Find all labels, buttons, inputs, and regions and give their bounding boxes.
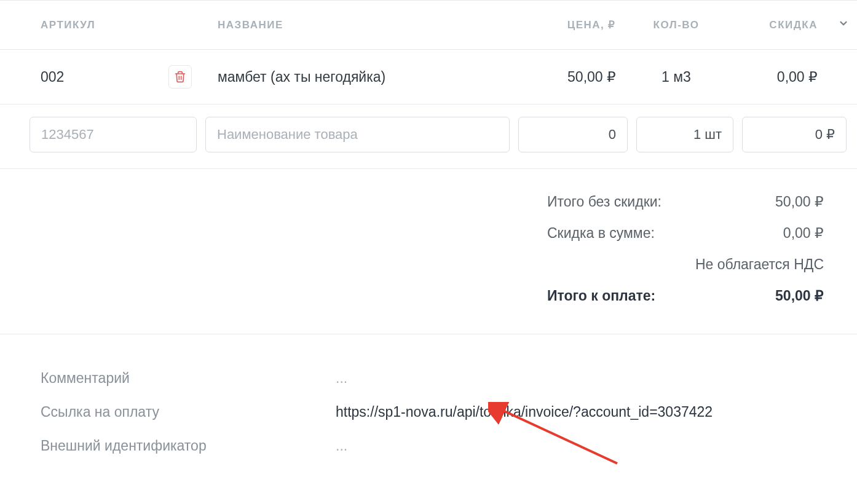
th-name: НАЗВАНИЕ <box>209 19 515 31</box>
extid-value: ... <box>336 438 347 454</box>
total-row: Итого к оплате: 50,00 ₽ <box>0 280 824 312</box>
vat-row: Не облагается НДС <box>0 249 824 280</box>
comment-row[interactable]: Комментарий ... <box>41 361 857 395</box>
table-row: 002 мамбет (ах ты негодяйка) 50,00 ₽ 1 м… <box>0 50 857 104</box>
total-value: 50,00 ₽ <box>732 288 824 304</box>
th-article: АРТИКУЛ <box>0 19 209 31</box>
delete-row-button[interactable] <box>168 65 192 89</box>
th-qty: КОЛ-ВО <box>627 19 725 31</box>
comment-value: ... <box>336 370 347 387</box>
trash-icon <box>174 71 186 83</box>
article-value: 002 <box>41 69 64 85</box>
discount-label: Скидка в сумме: <box>547 225 732 242</box>
subtotal-value: 50,00 ₽ <box>732 194 824 210</box>
paylink-value: https://sp1-nova.ru/api/tochka/invoice/?… <box>336 404 713 420</box>
paylink-row[interactable]: Ссылка на оплату https://sp1-nova.ru/api… <box>41 395 857 429</box>
chevron-down-icon <box>838 18 849 29</box>
vat-note: Не облагается НДС <box>547 256 824 273</box>
items-table: АРТИКУЛ НАЗВАНИЕ ЦЕНА, ₽ КОЛ-ВО СКИДКА 0… <box>0 0 857 487</box>
comment-label: Комментарий <box>41 370 336 387</box>
cell-qty: 1 м3 <box>627 69 725 85</box>
th-discount: СКИДКА <box>725 19 830 31</box>
total-label: Итого к оплате: <box>547 288 732 304</box>
cell-discount: 0,00 ₽ <box>725 69 830 85</box>
paylink-label: Ссылка на оплату <box>41 404 336 420</box>
expand-toggle[interactable] <box>830 18 857 32</box>
th-price: ЦЕНА, ₽ <box>515 18 627 31</box>
name-input[interactable] <box>205 117 510 152</box>
article-input[interactable] <box>30 117 197 152</box>
table-header: АРТИКУЛ НАЗВАНИЕ ЦЕНА, ₽ КОЛ-ВО СКИДКА <box>0 1 857 50</box>
discount-value: 0,00 ₽ <box>732 225 824 242</box>
extid-row[interactable]: Внешний идентификатор ... <box>41 429 857 463</box>
extid-label: Внешний идентификатор <box>41 438 336 454</box>
discount-input[interactable] <box>742 117 847 152</box>
details-block: Комментарий ... Ссылка на оплату https:/… <box>0 334 857 487</box>
subtotal-row: Итого без скидки: 50,00 ₽ <box>0 186 824 218</box>
discount-row: Скидка в сумме: 0,00 ₽ <box>0 218 824 249</box>
totals-block: Итого без скидки: 50,00 ₽ Скидка в сумме… <box>0 169 857 334</box>
cell-price: 50,00 ₽ <box>515 69 627 85</box>
cell-name: мамбет (ах ты негодяйка) <box>209 69 515 85</box>
cell-article: 002 <box>0 65 209 89</box>
subtotal-label: Итого без скидки: <box>547 194 732 210</box>
add-item-row <box>0 104 857 169</box>
qty-input[interactable] <box>636 117 733 152</box>
price-input[interactable] <box>518 117 628 152</box>
